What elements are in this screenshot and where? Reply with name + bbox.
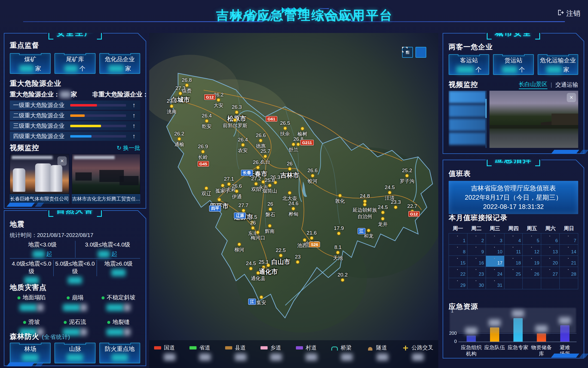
station-marker-icon — [394, 205, 398, 209]
calendar-day[interactable]: 15 — [449, 256, 467, 267]
calendar-day[interactable]: 11 — [504, 245, 523, 256]
calendar-day[interactable] — [523, 278, 541, 289]
calendar-day[interactable]: 13 — [541, 245, 560, 256]
city-stat-客运站[interactable]: 客运站 个 — [449, 54, 489, 75]
close-player-button[interactable]: × — [567, 93, 576, 102]
camera-player[interactable]: × — [489, 91, 578, 148]
geo-value — [97, 304, 140, 311]
calendar-day[interactable] — [504, 278, 523, 289]
logout-button[interactable]: 注销 — [557, 9, 580, 18]
calendar-day[interactable]: 3 — [486, 233, 504, 245]
hazard-level-fill — [70, 104, 97, 107]
calendar-day[interactable]: 16 — [467, 256, 486, 267]
panel-natural-disaster: 自然灾害 地震 统计时间：2021/08/17-2022/08/17 地震<3.… — [4, 210, 146, 366]
calendar-day-today[interactable]: 17 — [486, 256, 504, 267]
calendar-day[interactable]: 22 — [449, 267, 467, 278]
calendar-day[interactable]: 8 — [449, 245, 467, 256]
calendar-day[interactable]: 12 — [523, 245, 541, 256]
calendar-day[interactable]: 14 — [560, 245, 578, 256]
day-dot — [476, 280, 476, 281]
calendar-day[interactable]: 20 — [541, 256, 560, 267]
province-map[interactable]: ≡ 26.8镇赉27.3白城市26.2大安27.9洮南G1226.3松原市前郭尔… — [149, 33, 438, 368]
camera-list-item[interactable] — [449, 105, 487, 117]
y-tick: 0 — [449, 339, 457, 344]
fullscreen-button[interactable] — [415, 47, 426, 58]
quake-stat: 地震<3.0级 起 — [10, 241, 75, 258]
calendar-day[interactable]: 5 — [523, 233, 541, 245]
calendar-day[interactable]: 6 — [541, 233, 560, 245]
hazard-level-fill — [70, 114, 85, 117]
map-label: 23 — [295, 254, 301, 264]
forest-stat-林场[interactable]: 林场 — [10, 343, 51, 363]
camera-list[interactable] — [449, 91, 487, 148]
calendar-day[interactable]: 29 — [449, 278, 467, 289]
duty-roster-box[interactable]: 吉林省应急管理厅应急值班表2022年8月17日（今日，星期三）2022-08-1… — [449, 181, 578, 214]
forest-stat-防火重点地[interactable]: 防火重点地 — [99, 343, 140, 363]
camera-list-item[interactable] — [449, 118, 487, 131]
masked-value — [164, 354, 175, 361]
duty-heading: 值班表 — [449, 169, 578, 178]
stat-煤矿[interactable]: 煤矿 家 — [10, 53, 51, 74]
day-dot — [549, 269, 550, 270]
tab-交通运输[interactable]: 交通运输 — [555, 81, 578, 89]
video-thumbnail[interactable]: ×长春巨峰气体有限责任公司 — [10, 154, 69, 203]
calendar-day[interactable]: 21 — [560, 256, 578, 267]
city-name: 长岭 — [198, 154, 208, 160]
calendar-day[interactable]: 1 — [449, 233, 467, 245]
video-frame: × — [10, 154, 69, 194]
calendar-day[interactable]: 31 — [486, 278, 504, 289]
calendar-day[interactable] — [541, 278, 560, 289]
stat-尾矿库[interactable]: 尾矿库 个 — [54, 53, 95, 74]
calendar-day[interactable]: 26 — [523, 267, 541, 278]
calendar-day[interactable]: 7 — [560, 233, 578, 245]
temperature-value: 22.7 — [407, 203, 417, 209]
calendar-day[interactable]: 9 — [467, 245, 486, 256]
day-number: 15 — [460, 260, 465, 266]
calendar-day[interactable]: 24 — [486, 267, 504, 278]
calendar-day[interactable]: 19 — [523, 256, 541, 267]
legend-label: 县道 — [235, 344, 246, 351]
calendar-day[interactable]: 25 — [504, 267, 523, 278]
stat-label: 煤矿 — [10, 55, 50, 63]
city-name: 烟筒山 — [262, 188, 277, 194]
calendar-day[interactable]: 23 — [467, 267, 486, 278]
hazard-level-row: 一级重大危险源企业↑ — [10, 101, 140, 110]
close-video-button[interactable]: × — [57, 156, 67, 166]
calendar-day[interactable]: 30 — [467, 278, 486, 289]
stat-value — [55, 354, 95, 361]
city-name: 前郭尔罗斯 — [223, 122, 247, 129]
calendar-day[interactable]: 4 — [504, 233, 523, 245]
camera-list-item[interactable] — [449, 91, 487, 103]
day-number: 9 — [481, 249, 484, 255]
calendar-day[interactable]: 28 — [560, 267, 578, 278]
temperature-value: 26.6 — [308, 168, 318, 174]
calendar-day[interactable]: 18 — [504, 256, 523, 267]
city-stat-危化运输企业[interactable]: 危化运输企业 家 — [538, 54, 578, 75]
temperature-value: 25.8 — [262, 177, 277, 183]
weekday-label: 周三 — [486, 225, 504, 232]
calendar-day[interactable]: 2 — [467, 233, 486, 245]
video-thumbnail[interactable]: 吉林市吉化北方炬腾工贸责任... — [72, 154, 140, 203]
quake-stat: 地震≥6.0级 — [97, 260, 140, 276]
stat-label: 林场 — [10, 345, 50, 353]
camera-list-item[interactable] — [449, 132, 487, 145]
city-name: 乾安 — [202, 123, 212, 130]
map-label-前郭尔罗斯: 前郭尔罗斯 — [223, 118, 247, 129]
stat-危化品企业[interactable]: 危化品企业 家 — [99, 53, 140, 74]
day-number: 17 — [497, 260, 503, 266]
city-stat-货运站[interactable]: 货运站 个 — [493, 54, 534, 75]
geo-label: 地面塌陷 — [10, 294, 53, 301]
calendar-day[interactable]: 10 — [486, 245, 504, 256]
stat-label: 山脉 — [55, 345, 95, 353]
tab-长白山景区[interactable]: 长白山景区 — [519, 80, 547, 89]
refresh-batch-button[interactable]: ↻ 换一批 — [117, 144, 140, 152]
hazard-level-row: 三级重大危险源企业↑ — [10, 121, 140, 130]
station-marker-icon — [259, 295, 263, 299]
station-marker-icon — [283, 126, 287, 130]
calendar-day[interactable] — [560, 278, 578, 289]
legend-label: 隧道 — [376, 344, 387, 351]
geo-label: 不稳定斜坡 — [97, 294, 140, 301]
calendar-day[interactable]: 27 — [541, 267, 560, 278]
camera-list-scrollbar[interactable] — [485, 91, 487, 148]
forest-stat-山脉[interactable]: 山脉 — [54, 343, 95, 363]
